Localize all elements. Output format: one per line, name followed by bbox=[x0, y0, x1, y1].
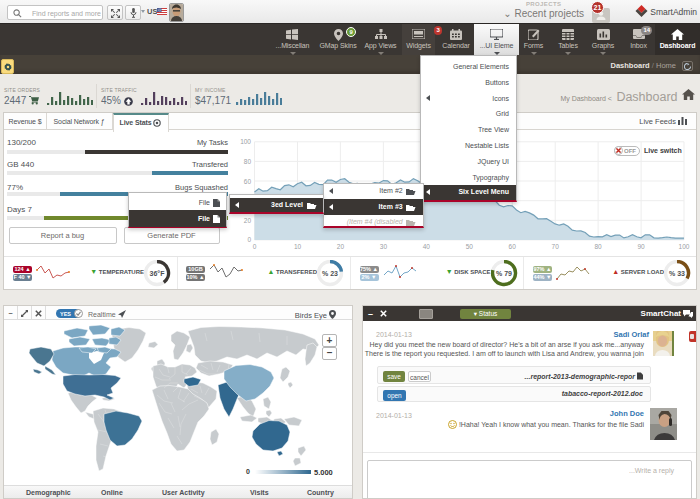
svg-text:30: 30 bbox=[380, 243, 388, 250]
svg-text:% 79: % 79 bbox=[496, 270, 512, 277]
svg-text:80: 80 bbox=[594, 243, 602, 250]
svg-text:0: 0 bbox=[253, 243, 257, 250]
svg-text:20: 20 bbox=[337, 243, 345, 250]
svg-text:100: 100 bbox=[679, 243, 690, 250]
svg-text:80: 80 bbox=[244, 158, 252, 165]
svg-text:% 33: % 33 bbox=[669, 270, 685, 277]
svg-text:90: 90 bbox=[637, 243, 645, 250]
svg-text:70: 70 bbox=[552, 243, 560, 250]
svg-text:20: 20 bbox=[244, 217, 252, 224]
svg-text:10: 10 bbox=[294, 243, 302, 250]
svg-text:100: 100 bbox=[240, 138, 251, 145]
svg-text:60: 60 bbox=[244, 178, 252, 185]
svg-text:40: 40 bbox=[423, 243, 431, 250]
svg-text:50: 50 bbox=[466, 243, 474, 250]
svg-text:60: 60 bbox=[509, 243, 517, 250]
svg-text:% 23: % 23 bbox=[322, 270, 338, 277]
svg-text:36°F: 36°F bbox=[150, 270, 166, 277]
svg-text:0: 0 bbox=[247, 236, 251, 243]
